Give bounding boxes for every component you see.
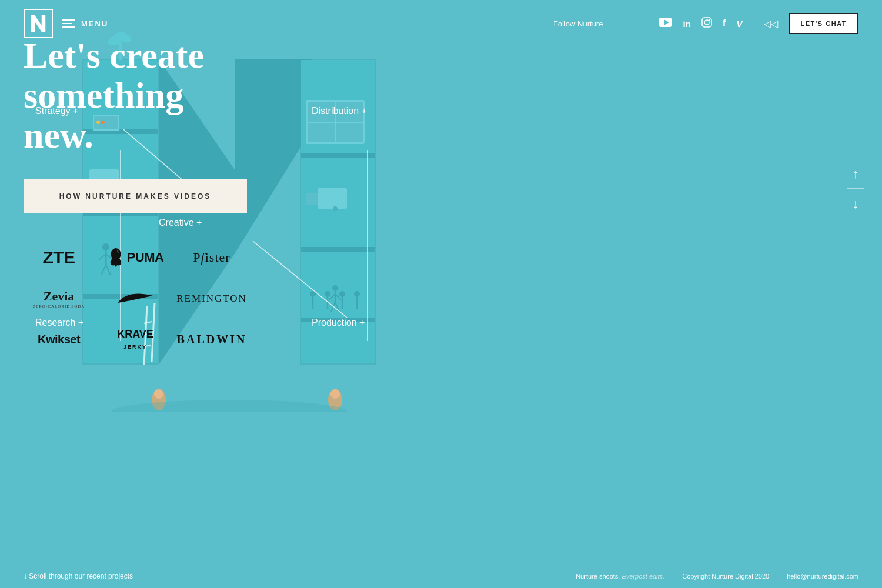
lets-chat-button[interactable]: LET'S CHAT bbox=[789, 13, 858, 34]
brand-nike bbox=[100, 284, 171, 313]
cta-button[interactable]: HOW NURTURE MAKES VIDEOS bbox=[24, 179, 247, 213]
nurture-shoots: Nurture shoots. Everpost edits. bbox=[576, 573, 664, 580]
menu-button[interactable]: MENU bbox=[62, 19, 108, 28]
brand-remington: REMINGTON bbox=[176, 284, 247, 313]
header-divider bbox=[753, 15, 753, 32]
nav-divider bbox=[847, 189, 864, 189]
scroll-text: ↓ Scroll through our recent projects bbox=[24, 572, 133, 580]
header-right: Follow Nurture in f V ◁◁ LET'S CHAT bbox=[553, 13, 858, 34]
logo-n[interactable] bbox=[24, 9, 53, 38]
brand-pfister: Pfister bbox=[176, 243, 247, 272]
scroll-up-button[interactable]: ↑ bbox=[853, 166, 859, 182]
copyright-text: Copyright Nurture Digital 2020 bbox=[682, 573, 769, 580]
vimeo-icon[interactable]: V bbox=[736, 19, 742, 29]
brand-baldwin: BALDWIN bbox=[176, 325, 247, 355]
svg-point-3 bbox=[704, 20, 709, 25]
follow-line bbox=[613, 24, 649, 24]
facebook-icon[interactable]: f bbox=[723, 18, 726, 29]
brand-puma: PUMA bbox=[100, 243, 171, 272]
svg-point-4 bbox=[709, 19, 710, 20]
menu-label: MENU bbox=[81, 19, 108, 28]
brand-kwikset: Kwikset bbox=[24, 325, 94, 355]
youtube-icon[interactable] bbox=[659, 18, 672, 30]
svg-point-69 bbox=[112, 400, 347, 412]
brand-krave: KRAVE JERKY bbox=[100, 325, 171, 355]
sound-icon[interactable]: ◁◁ bbox=[764, 18, 778, 29]
hero-title: Let's create something new. bbox=[24, 35, 847, 156]
scroll-down-button[interactable]: ↓ bbox=[853, 196, 859, 212]
email-text[interactable]: hello@nurturedigital.com bbox=[787, 573, 858, 580]
hamburger-icon bbox=[62, 19, 75, 28]
text-area: Let's create something new. HOW NURTURE … bbox=[0, 0, 882, 378]
linkedin-icon[interactable]: in bbox=[683, 19, 690, 29]
follow-text: Follow Nurture bbox=[553, 19, 603, 28]
brand-zte: ZTE bbox=[24, 243, 94, 272]
brands-grid: ZTE PUMA Pfister Zevia ZERO-CALORIE SODA bbox=[24, 243, 247, 355]
svg-point-64 bbox=[330, 389, 340, 399]
svg-point-62 bbox=[154, 389, 163, 399]
instagram-icon[interactable] bbox=[701, 17, 712, 31]
brand-zevia: Zevia ZERO-CALORIE SODA bbox=[24, 284, 94, 313]
footer: ↓ Scroll through our recent projects Nur… bbox=[0, 564, 882, 588]
nav-arrows: ↑ ↓ bbox=[847, 166, 864, 212]
logo-area: MENU bbox=[24, 9, 108, 38]
footer-right: Nurture shoots. Everpost edits. Copyrigh… bbox=[576, 573, 858, 580]
header: MENU Follow Nurture in f V ◁◁ LET'S CHAT bbox=[0, 0, 882, 47]
